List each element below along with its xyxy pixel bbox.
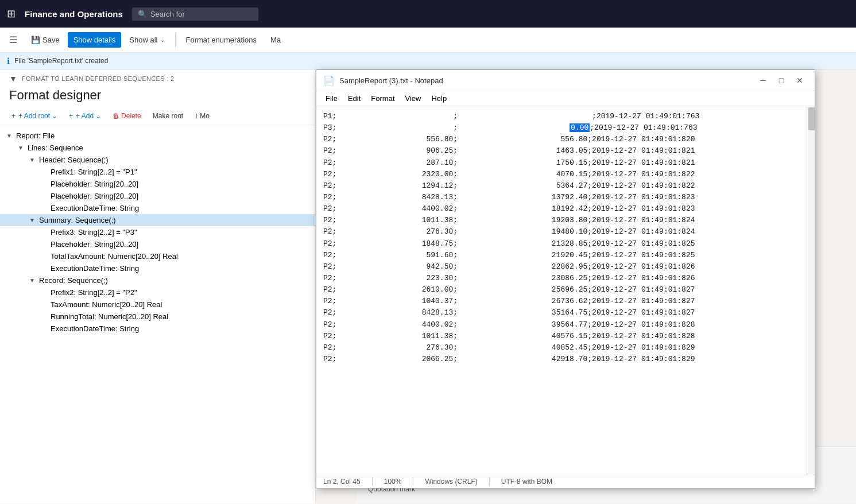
search-icon: 🔍 — [138, 10, 147, 18]
tree-container[interactable]: ▼Report: File▼Lines: Sequence▼Header: Se… — [0, 125, 315, 503]
notepad-text-area[interactable]: P1; ; ;2019-12-27 01:49:01:763 P3; ; 0.0… — [316, 106, 807, 475]
notepad-minimize-button[interactable]: ─ — [755, 73, 771, 87]
tree-node[interactable]: ▼Lines: Sequence — [0, 142, 315, 154]
search-input[interactable] — [150, 10, 242, 18]
tree-node-label: ExecutionDateTime: String — [48, 263, 141, 273]
tree-node-label: Summary: Sequence(;) — [37, 215, 118, 225]
format-breadcrumb: FORMAT TO LEARN DEFERRED SEQUENCES : 2 — [22, 75, 174, 82]
tree-node-label: Placeholder: String[20..20] — [48, 239, 141, 249]
tree-node[interactable]: Prefix1: String[2..2] = "P1" — [0, 166, 315, 178]
tree-node-label: Placeholder: String[20..20] — [48, 179, 141, 189]
notepad-menu-edit[interactable]: Edit — [343, 92, 365, 104]
notepad-line-ending: Windows (CRLF) — [425, 478, 477, 486]
filter-icon: ▼ — [9, 74, 17, 83]
tree-node[interactable]: Prefix3: String[2..2] = "P3" — [0, 226, 315, 238]
status-sep-3 — [489, 477, 490, 486]
delete-button[interactable]: 🗑 Delete — [108, 110, 146, 122]
move-up-icon: ↑ — [195, 112, 198, 120]
notepad-encoding: UTF-8 with BOM — [501, 478, 552, 486]
tree-node[interactable]: ▼Report: File — [0, 130, 315, 142]
tree-node-label: Record: Sequence(;) — [37, 276, 110, 285]
notepad-menu-file[interactable]: File — [321, 92, 342, 104]
show-all-caret: ⌄ — [160, 37, 165, 43]
notepad-zoom: 100% — [384, 478, 402, 486]
tree-toolbar: + + Add root ⌄ + + Add ⌄ 🗑 Delete Make r… — [0, 107, 315, 125]
tree-node[interactable]: Placeholder: String[20..20] — [0, 190, 315, 202]
tree-node[interactable]: ▼Summary: Sequence(;) — [0, 214, 315, 226]
tree-toggle-icon[interactable]: ▼ — [16, 145, 25, 151]
format-title: Format designer — [0, 86, 315, 107]
format-enumerations-button[interactable]: Format enumerations — [180, 32, 263, 48]
notepad-menubar: File Edit Format View Help — [316, 91, 815, 106]
show-details-button[interactable]: Show details — [68, 32, 122, 48]
notepad-maximize-button[interactable]: □ — [773, 73, 789, 87]
status-sep-2 — [413, 477, 413, 486]
notepad-position: Ln 2, Col 45 — [323, 478, 361, 486]
tree-node[interactable]: ▼Header: Sequence(;) — [0, 154, 315, 166]
add-root-button[interactable]: + + Add root ⌄ — [7, 110, 62, 122]
tree-node-label: Lines: Sequence — [25, 143, 86, 153]
tree-node[interactable]: Placeholder: String[20..20] — [0, 178, 315, 190]
add-button[interactable]: + + Add ⌄ — [64, 110, 106, 122]
notepad-menu-format[interactable]: Format — [366, 92, 399, 104]
notepad-close-button[interactable]: ✕ — [792, 73, 808, 87]
top-bar: ⊞ Finance and Operations 🔍 — [0, 0, 856, 28]
add-root-caret: ⌄ — [52, 112, 57, 120]
status-sep-1 — [372, 477, 373, 486]
notepad-file-icon: 📄 — [323, 75, 335, 86]
tree-node-label: Report: File — [14, 131, 57, 141]
tree-node-label: ExecutionDateTime: String — [48, 203, 141, 213]
notepad-title: SampleReport (3).txt - Notepad — [339, 76, 750, 85]
tree-node[interactable]: Prefix2: String[2..2] = "P2" — [0, 286, 315, 298]
tree-node-label: Placeholder: String[20..20] — [48, 191, 141, 201]
notepad-scrollbar-vertical[interactable] — [807, 106, 815, 475]
save-button[interactable]: 💾 Save — [25, 32, 65, 48]
info-message: File 'SampleReport.txt' created — [14, 57, 108, 65]
notepad-window-buttons: ─ □ ✕ — [755, 73, 808, 87]
tree-node-label: Prefix2: String[2..2] = "P2" — [48, 288, 140, 297]
more-button[interactable]: Ma — [265, 32, 286, 48]
app-title: Finance and Operations — [25, 9, 123, 19]
tree-node-label: TotalTaxAmount: Numeric[20..20] Real — [48, 251, 180, 261]
add-caret: ⌄ — [95, 112, 101, 120]
notepad-menu-help[interactable]: Help — [427, 92, 451, 104]
tree-node[interactable]: ExecutionDateTime: String — [0, 323, 315, 335]
tree-node[interactable]: Placeholder: String[20..20] — [0, 238, 315, 250]
notepad-content: P1; ; ;2019-12-27 01:49:01:763 P3; ; 0.0… — [316, 106, 815, 475]
tree-node-label: ExecutionDateTime: String — [48, 324, 141, 334]
info-bar: ℹ File 'SampleReport.txt' created — [0, 53, 856, 69]
show-all-button[interactable]: Show all ⌄ — [123, 32, 170, 48]
format-breadcrumb-area: ▼ FORMAT TO LEARN DEFERRED SEQUENCES : 2 — [0, 69, 315, 86]
main-area: ▼ FORMAT TO LEARN DEFERRED SEQUENCES : 2… — [0, 69, 856, 503]
nav-toggle-btn[interactable]: ☰ — [6, 33, 21, 46]
info-icon: ℹ — [7, 56, 10, 65]
tree-node[interactable]: ▼Record: Sequence(;) — [0, 274, 315, 286]
make-root-button[interactable]: Make root — [148, 110, 188, 122]
tree-toggle-icon[interactable]: ▼ — [28, 277, 37, 284]
tree-node-label: TaxAmount: Numeric[20..20] Real — [48, 300, 164, 309]
tree-node-label: Prefix1: String[2..2] = "P1" — [48, 167, 140, 177]
tree-node[interactable]: RunningTotal: Numeric[20..20] Real — [0, 311, 315, 323]
move-button[interactable]: ↑ Mo — [190, 110, 214, 122]
toolbar-separator — [175, 33, 176, 47]
tree-node[interactable]: TotalTaxAmount: Numeric[20..20] Real — [0, 250, 315, 262]
tree-toggle-icon[interactable]: ▼ — [5, 133, 14, 139]
secondary-toolbar: ☰ 💾 Save Show details Show all ⌄ Format … — [0, 28, 856, 53]
tree-node-label: Prefix3: String[2..2] = "P3" — [48, 227, 140, 237]
highlighted-value: 0.00 — [570, 123, 590, 132]
tree-node[interactable]: ExecutionDateTime: String — [0, 262, 315, 274]
notepad-menu-view[interactable]: View — [401, 92, 426, 104]
save-icon: 💾 — [31, 36, 40, 44]
delete-icon: 🗑 — [113, 112, 119, 120]
tree-node[interactable]: ExecutionDateTime: String — [0, 202, 315, 214]
tree-node[interactable]: TaxAmount: Numeric[20..20] Real — [0, 298, 315, 311]
notepad-titlebar: 📄 SampleReport (3).txt - Notepad ─ □ ✕ — [316, 70, 815, 91]
waffle-icon[interactable]: ⊞ — [7, 7, 16, 20]
tree-node-label: RunningTotal: Numeric[20..20] Real — [48, 312, 171, 321]
notepad-window: 📄 SampleReport (3).txt - Notepad ─ □ ✕ F… — [316, 69, 815, 489]
search-box[interactable]: 🔍 — [132, 7, 258, 21]
tree-node-label: Header: Sequence(;) — [37, 155, 111, 165]
left-panel: ▼ FORMAT TO LEARN DEFERRED SEQUENCES : 2… — [0, 69, 316, 503]
tree-toggle-icon[interactable]: ▼ — [28, 217, 37, 223]
tree-toggle-icon[interactable]: ▼ — [28, 157, 37, 163]
